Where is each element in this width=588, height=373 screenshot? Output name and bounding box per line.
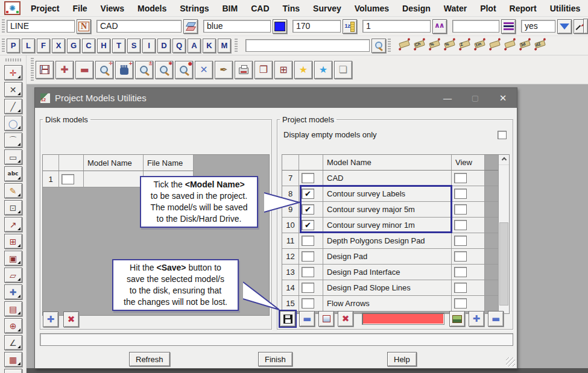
table-scrollbar[interactable]: [498, 155, 509, 313]
railway-icon[interactable]: ▦: [4, 352, 22, 367]
linestyle-type-field[interactable]: LINE: [7, 20, 75, 33]
view-checkbox[interactable]: [452, 202, 485, 218]
colour-swatch-button[interactable]: [273, 19, 287, 34]
linestyles-button[interactable]: [501, 19, 516, 34]
create-rectangle-icon[interactable]: ▭: [4, 149, 22, 165]
redraw-icon[interactable]: ✕: [195, 61, 213, 79]
menu-item[interactable]: Views: [94, 0, 131, 17]
finish-button[interactable]: Finish: [258, 352, 292, 366]
measure-height-icon[interactable]: Z: [458, 37, 473, 54]
snap-toggle-button[interactable]: A: [188, 39, 201, 53]
height-field[interactable]: 170: [292, 20, 341, 33]
scrollbar-thumb[interactable]: [499, 222, 508, 306]
snap-toggle-button[interactable]: Q: [172, 39, 186, 53]
snap-toggle-button[interactable]: X: [52, 39, 65, 53]
clipped-button[interactable]: [583, 19, 588, 34]
resize-grip[interactable]: [506, 357, 515, 366]
toolbar-grip[interactable]: [388, 39, 391, 52]
snap-toggle-button[interactable]: S: [127, 39, 141, 53]
menu-item[interactable]: Strings: [173, 0, 215, 17]
image-move-icon[interactable]: ✚: [4, 284, 22, 299]
toolbar-grip[interactable]: [31, 58, 34, 81]
menu-item[interactable]: Survey: [306, 0, 348, 17]
tinable-dropdown-button[interactable]: [557, 19, 572, 34]
snap-toggle-button[interactable]: L: [22, 39, 35, 53]
model-checkbox[interactable]: ✔: [299, 218, 323, 233]
model-name-cell[interactable]: Design Pad Slope Lines: [323, 280, 452, 296]
delete-model-button[interactable]: ✖: [338, 311, 353, 327]
toolbar-grip[interactable]: [2, 19, 5, 33]
dialog-titlebar[interactable]: 12 Project Models Utilities — ▢ ✕: [35, 88, 517, 108]
measure-arc-icon[interactable]: [488, 37, 503, 54]
menu-item[interactable]: Project: [24, 0, 66, 17]
colour-field[interactable]: blue: [203, 20, 271, 33]
model-checkbox[interactable]: ✔: [299, 233, 323, 249]
model-name-cell[interactable]: Depth Polygons Design Pad: [323, 233, 452, 249]
toolbar-grip[interactable]: [5, 58, 21, 61]
clear-models-button[interactable]: [318, 311, 334, 327]
measure-dimension-icon[interactable]: ↗: [4, 217, 22, 232]
model-checkbox[interactable]: ✔: [299, 171, 323, 186]
close-button[interactable]: ✕: [494, 93, 512, 104]
snap-toggle-button[interactable]: D: [157, 39, 171, 53]
add-view-icon[interactable]: ✚: [55, 61, 74, 79]
model-checkbox[interactable]: ✔: [299, 202, 323, 218]
pan-icon[interactable]: +: [115, 61, 133, 79]
view-checkbox[interactable]: [452, 280, 485, 296]
menu-item[interactable]: Design: [396, 0, 437, 17]
text-edit-icon[interactable]: abc: [4, 166, 22, 181]
model-name-cell[interactable]: Contour survey minor 1m: [323, 218, 452, 233]
weight-zigzag-button[interactable]: [432, 19, 447, 34]
weight-field[interactable]: 1: [362, 20, 431, 33]
toolbar-grip[interactable]: [2, 39, 5, 52]
save-models-button[interactable]: [280, 311, 296, 327]
menu-item[interactable]: Models: [131, 0, 173, 17]
snap-toggle-button[interactable]: C: [82, 39, 95, 53]
snap-toggle-button[interactable]: I: [142, 39, 156, 53]
add-model-row-button[interactable]: ✚: [43, 312, 58, 327]
add-model-button[interactable]: ✚: [469, 311, 484, 327]
subtract-model-button[interactable]: ▬: [488, 311, 504, 327]
view-checkbox[interactable]: [452, 186, 485, 202]
snap-cursor-icon[interactable]: ✛: [4, 65, 22, 80]
fence-line-icon[interactable]: ∠: [4, 335, 22, 350]
model-checkbox[interactable]: ✔: [299, 186, 323, 202]
menu-item[interactable]: CAD: [244, 0, 276, 17]
delete-model-row-button[interactable]: ✖: [63, 312, 79, 327]
measure-grade-percent-icon[interactable]: %: [428, 37, 443, 54]
measure-dz-icon[interactable]: dZ: [533, 37, 548, 54]
search-button[interactable]: [371, 39, 386, 53]
notes-edit-icon[interactable]: ▤: [4, 301, 22, 316]
model-name-cell[interactable]: CAD: [323, 171, 452, 186]
help-button[interactable]: Help: [387, 352, 417, 366]
remove-model-button[interactable]: ▬: [299, 311, 315, 327]
menu-item[interactable]: Utilities: [543, 0, 587, 17]
zoom-icon[interactable]: ±: [135, 61, 153, 79]
snap-toggle-button[interactable]: M: [218, 39, 231, 53]
measure-one-in-icon[interactable]: 1in: [473, 37, 488, 54]
view-checkbox[interactable]: [452, 265, 485, 280]
model-checkbox[interactable]: ✔: [299, 265, 323, 280]
model-field[interactable]: CAD: [96, 20, 182, 33]
snap-star-icon[interactable]: ★: [314, 61, 332, 79]
model-checkbox[interactable]: ✔: [59, 171, 84, 187]
model-name-cell[interactable]: Contour survey Labels: [323, 186, 452, 202]
save-icon[interactable]: [36, 61, 54, 79]
create-circle-icon[interactable]: ◯: [4, 116, 22, 131]
grid-table-icon[interactable]: ⊞: [4, 234, 22, 249]
scroll-up-button[interactable]: [499, 155, 509, 165]
shrink-view-icon[interactable]: ✱: [155, 61, 173, 79]
measure-cross-icon[interactable]: [503, 37, 518, 54]
snap-toggle-button[interactable]: K: [203, 39, 216, 53]
previous-view-icon[interactable]: ●: [175, 61, 193, 79]
column-header-file-name[interactable]: File Name: [144, 155, 194, 171]
point-symbol-icon[interactable]: ⊡: [4, 200, 22, 215]
toolbar-grip[interactable]: [235, 39, 238, 52]
model-checkbox[interactable]: ✔: [299, 280, 323, 296]
symbol-star-icon[interactable]: ✳: [4, 369, 22, 373]
maximize-button[interactable]: ▢: [466, 93, 484, 102]
model-checkbox[interactable]: ✔: [299, 249, 323, 265]
name-toggle-button[interactable]: N: [77, 19, 91, 34]
view-checkbox[interactable]: [452, 233, 485, 249]
display-empty-checkbox[interactable]: [498, 131, 507, 139]
